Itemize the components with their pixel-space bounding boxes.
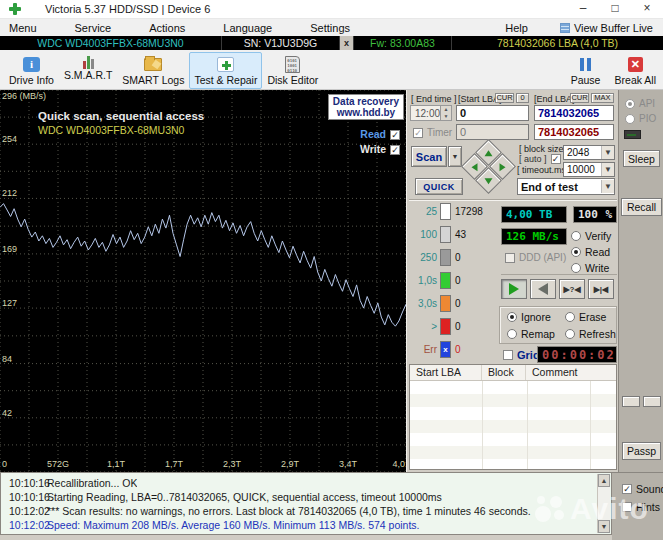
ddd-checkbox-row[interactable]: DDD (API): [505, 252, 566, 263]
menu-help[interactable]: Help: [496, 22, 538, 34]
mini-button-2[interactable]: [643, 396, 661, 407]
read-checkbox[interactable]: ✓: [390, 130, 400, 140]
log-text: Starting Reading, LBA=0..7814032065, QUI…: [47, 491, 442, 503]
pause-icon: [575, 54, 597, 74]
recall-button[interactable]: Recall: [621, 198, 662, 216]
play-button[interactable]: [501, 279, 527, 299]
timeout-select[interactable]: 10000 ▼: [563, 162, 615, 177]
mode-verify-radio[interactable]: Verify: [571, 230, 611, 242]
end-of-test-value: End of test: [518, 181, 601, 193]
counter-count: 43: [455, 229, 466, 240]
counter-label: 3,0s: [409, 298, 437, 309]
right-arrow-icon: [500, 163, 506, 171]
smart-button[interactable]: S.M.A.R.T: [59, 52, 117, 89]
col-start-lba[interactable]: Start LBA: [410, 365, 482, 380]
pause-label: Pause: [571, 74, 601, 86]
timer-checkbox-row[interactable]: ✓ Timer: [413, 127, 452, 138]
sleep-button[interactable]: Sleep: [623, 150, 660, 167]
start-lba-zero-button[interactable]: 0: [516, 93, 529, 103]
victoria-app-window: Victoria 5.37 HDD/SSD | Device 6 – □ × M…: [0, 0, 663, 540]
smart-logs-label: SMART Logs: [122, 74, 184, 86]
chevron-down-icon: ▼: [601, 146, 614, 159]
log-scrollbar[interactable]: ▲ ▼: [597, 474, 610, 533]
start-lba-input[interactable]: 0: [456, 105, 529, 121]
skip-bad-button[interactable]: ▶?◀: [559, 279, 585, 299]
block-size-select[interactable]: 2048 ▼: [563, 145, 615, 160]
counter-count: 0: [455, 275, 461, 286]
end-lba-input[interactable]: 7814032065: [534, 105, 614, 121]
action-ignore-radio[interactable]: Ignore: [507, 311, 551, 323]
rewind-icon: [538, 283, 548, 295]
start-lba-cur-button[interactable]: CUR: [495, 93, 514, 103]
timer-checkbox[interactable]: ✓: [413, 128, 423, 138]
test-repair-button[interactable]: Test & Repair: [189, 52, 262, 89]
rewind-button[interactable]: [530, 279, 556, 299]
action-refresh-radio[interactable]: Refresh: [565, 328, 616, 340]
chevron-down-icon: ▼: [601, 180, 614, 193]
log-text: Speed: Maximum 208 MB/s. Average 160 MB/…: [47, 519, 420, 531]
menu-settings[interactable]: Settings: [300, 22, 360, 34]
pio-radio[interactable]: PIO: [625, 113, 656, 124]
auto-checkbox[interactable]: ✓: [551, 154, 561, 164]
end-lba-label: [End LBA]: [534, 94, 575, 104]
hints-label: Hints: [636, 501, 660, 513]
mode-write-radio[interactable]: Write: [571, 262, 609, 274]
view-buffer-live-toggle[interactable]: View Buffer Live: [574, 22, 663, 34]
mini-button-1[interactable]: [622, 396, 640, 407]
menu-service[interactable]: Service: [65, 22, 122, 34]
col-comment[interactable]: Comment: [526, 365, 616, 380]
radio-icon: [565, 312, 575, 322]
sound-checkbox[interactable]: ✓: [622, 484, 632, 494]
write-checkbox[interactable]: ✓: [390, 145, 400, 155]
close-button[interactable]: ×: [631, 0, 663, 19]
log-panel[interactable]: 10:10:16 Recallibration... OK 10:10:16 S…: [0, 472, 612, 535]
maximize-button[interactable]: □: [599, 0, 631, 19]
end-time-spinner[interactable]: 12:00 ▲▼: [410, 105, 452, 121]
sound-checkbox-row[interactable]: ✓ Sound: [622, 483, 663, 495]
disk-editor-button[interactable]: 0101 1001 0110 1100 Disk Editor: [262, 52, 323, 89]
counter-label: 250: [409, 252, 437, 263]
api-radio[interactable]: API: [625, 98, 655, 109]
elapsed-time-lcd: 00:00:02: [537, 346, 617, 363]
grid-checkbox-row[interactable]: Grid: [503, 349, 540, 361]
spinner-arrows[interactable]: ▲▼: [440, 106, 451, 120]
counter-count: 0: [455, 252, 461, 263]
quick-button[interactable]: QUICK: [415, 178, 463, 195]
action-erase-radio[interactable]: Erase: [565, 311, 606, 323]
scroll-up-icon[interactable]: ▲: [598, 474, 610, 487]
defect-table[interactable]: Start LBA Block Comment: [409, 364, 617, 470]
scan-dropdown-button[interactable]: ▼: [448, 146, 462, 167]
grid-checkbox[interactable]: [503, 350, 513, 360]
menu-menu[interactable]: Menu: [0, 22, 47, 34]
block-swatch-red: [440, 318, 451, 335]
col-block[interactable]: Block: [482, 365, 526, 380]
hints-checkbox[interactable]: [622, 502, 632, 512]
end-lba-cur-button[interactable]: CUR: [570, 93, 589, 103]
menu-actions[interactable]: Actions: [139, 22, 195, 34]
action-remap-radio[interactable]: Remap: [507, 328, 555, 340]
skip-end-button[interactable]: ▶|◀: [588, 279, 614, 299]
smart-logs-button[interactable]: SMART Logs: [117, 52, 189, 89]
menu-language[interactable]: Language: [213, 22, 282, 34]
drive-info-button[interactable]: i Drive Info: [4, 52, 59, 89]
ddd-checkbox[interactable]: [505, 253, 515, 263]
end-of-test-select[interactable]: End of test ▼: [517, 178, 615, 195]
end-lba-max-button[interactable]: MAX: [591, 93, 614, 103]
hints-checkbox-row[interactable]: Hints: [622, 501, 660, 513]
counter-row-3s: 3,0s 0: [409, 293, 501, 313]
scan-button[interactable]: Scan: [411, 146, 447, 167]
scroll-down-icon[interactable]: ▼: [598, 520, 610, 533]
counter-row-250: 250 0: [409, 247, 501, 267]
radio-icon: [625, 99, 635, 109]
mode-read-radio[interactable]: Read: [571, 246, 610, 258]
minimize-button[interactable]: –: [567, 0, 599, 19]
passp-button[interactable]: Passp: [622, 442, 661, 460]
percent-lcd: 100 %: [573, 206, 617, 223]
device-close-button[interactable]: x: [340, 36, 354, 50]
log-time: 10:10:16: [1, 491, 47, 503]
break-all-button[interactable]: ✕ Break All: [610, 52, 661, 89]
end-lba-mirror-input[interactable]: 7814032065: [534, 124, 614, 140]
refresh-label: Refresh: [579, 328, 616, 340]
pause-button[interactable]: Pause: [562, 52, 610, 89]
counter-count: 17298: [455, 206, 483, 217]
